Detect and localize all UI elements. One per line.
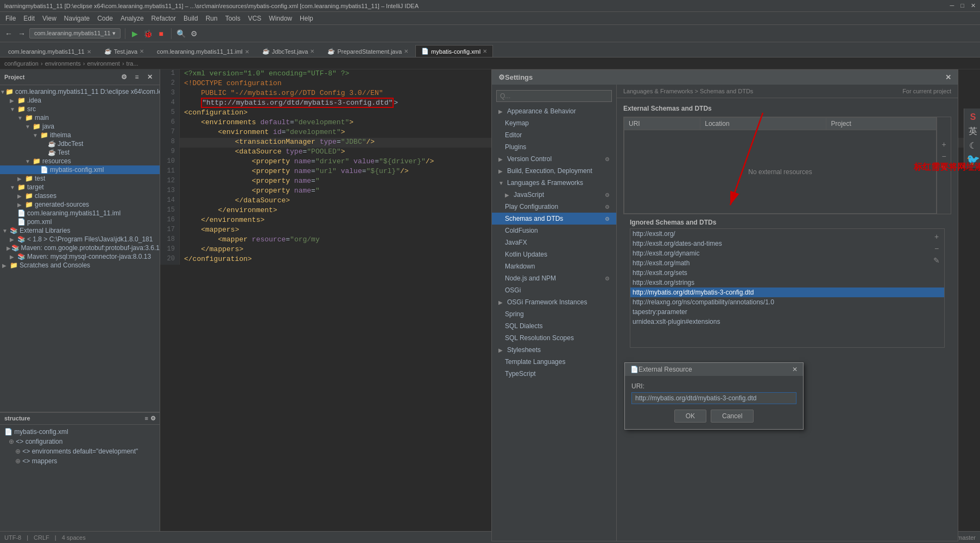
status-crlf[interactable]: CRLF bbox=[34, 534, 49, 541]
settings-item-sql-res[interactable]: SQL Resolution Scopes bbox=[492, 332, 616, 344]
add-ignored-btn[interactable]: + bbox=[931, 231, 942, 242]
tree-iml-file[interactable]: 📄 com.learaning.mybatis11_11.iml bbox=[0, 209, 160, 218]
uri-input[interactable] bbox=[631, 392, 796, 404]
settings-item-keymap[interactable]: Keymap bbox=[492, 117, 616, 129]
struct-config-file[interactable]: 📄 mybatis-config.xml bbox=[2, 427, 158, 437]
back-icon[interactable]: ← bbox=[3, 28, 14, 39]
remove-ignored-btn[interactable]: − bbox=[931, 243, 942, 254]
tab-project-close[interactable]: ✕ bbox=[87, 49, 91, 55]
add-resource-btn[interactable]: + bbox=[939, 139, 950, 150]
search-icon[interactable]: 🔍 bbox=[176, 28, 187, 39]
tree-ext-libs[interactable]: ▼ 📚 External Libraries bbox=[0, 226, 160, 235]
tree-target[interactable]: ▼ 📁 target bbox=[0, 183, 160, 191]
settings-item-javascript[interactable]: ▶ JavaScript ⚙ bbox=[492, 189, 616, 201]
menu-view[interactable]: View bbox=[39, 14, 60, 23]
bc-tra[interactable]: tra... bbox=[127, 60, 138, 67]
struct-environments[interactable]: ⊕ <> environments default="development" bbox=[2, 446, 158, 456]
remove-resource-btn[interactable]: − bbox=[939, 151, 950, 162]
menu-code[interactable]: Code bbox=[94, 14, 116, 23]
ime-moon-icon[interactable]: ☾ bbox=[966, 139, 979, 152]
bc-environment[interactable]: environment bbox=[87, 60, 120, 67]
status-encoding[interactable]: UTF-8 bbox=[4, 534, 21, 541]
ignored-item-urnidea[interactable]: urnidea:xslt-plugin#extensions bbox=[630, 317, 944, 327]
ignored-item-relaxng[interactable]: http://relaxng.org/ns/compatibility/anno… bbox=[630, 297, 944, 307]
maximize-btn[interactable]: □ bbox=[960, 2, 964, 9]
close-btn[interactable]: ✕ bbox=[971, 2, 976, 9]
project-selector[interactable]: com.learaning.mybatis11_11 ▾ bbox=[29, 28, 121, 39]
ignored-item-strings[interactable]: http://exslt.org/strings bbox=[630, 278, 944, 288]
edit-ignored-btn[interactable]: ✎ bbox=[931, 255, 942, 266]
dialog-cancel-btn[interactable]: Cancel bbox=[711, 410, 754, 423]
settings-item-stylesheets[interactable]: ▶ Stylesheets bbox=[492, 344, 616, 356]
settings-item-play[interactable]: Play Configuration ⚙ bbox=[492, 201, 616, 213]
settings-search-input[interactable] bbox=[496, 90, 612, 102]
sidebar-collapse-icon[interactable]: ≡ bbox=[131, 72, 142, 82]
settings-item-template[interactable]: Template Languages bbox=[492, 356, 616, 368]
tab-config-close[interactable]: ✕ bbox=[483, 48, 487, 54]
dialog-ok-btn[interactable]: OK bbox=[674, 410, 706, 423]
sidebar-close-icon[interactable]: ✕ bbox=[144, 72, 155, 82]
tree-generated[interactable]: ▶ 📁 generated-sources bbox=[0, 200, 160, 209]
settings-item-coldfusion[interactable]: ColdFusion bbox=[492, 225, 616, 237]
settings-item-nodejs[interactable]: Node.js and NPM ⚙ bbox=[492, 272, 616, 284]
stop-icon[interactable]: ■ bbox=[156, 28, 167, 39]
tree-java[interactable]: ▼ 📁 java bbox=[0, 122, 160, 131]
tab-ps-close[interactable]: ✕ bbox=[404, 48, 408, 54]
ime-s-icon[interactable]: S bbox=[966, 111, 979, 124]
menu-window[interactable]: Window bbox=[265, 14, 295, 23]
tree-jdbctest-class[interactable]: ☕ JdbcTest bbox=[0, 139, 160, 148]
tree-mybatis-config[interactable]: 📄 mybatis-config.xml bbox=[0, 165, 160, 174]
settings-item-build[interactable]: ▶ Build, Execution, Deployment bbox=[492, 165, 616, 177]
settings-close-btn[interactable]: ✕ bbox=[945, 73, 951, 81]
gear-icon[interactable]: ⚙ bbox=[189, 28, 200, 39]
tab-jdbc-close[interactable]: ✕ bbox=[310, 48, 314, 54]
tab-mybatis-config[interactable]: 📄 mybatis-config.xml ✕ bbox=[415, 45, 493, 57]
menu-navigate[interactable]: Navigate bbox=[61, 14, 93, 23]
menu-tools[interactable]: Tools bbox=[222, 14, 244, 23]
menu-run[interactable]: Run bbox=[203, 14, 221, 23]
tree-jdk[interactable]: ▶ 📚 < 1.8 > C:\Program Files\Java\jdk1.8… bbox=[0, 235, 160, 244]
menu-file[interactable]: File bbox=[2, 14, 19, 23]
struct-sort-icon[interactable]: ≡ bbox=[145, 415, 148, 422]
settings-item-osgi[interactable]: OSGi bbox=[492, 284, 616, 296]
tree-root[interactable]: ▼ 📁 com.learaning.mybatis11_11 D:\eclips… bbox=[0, 87, 160, 96]
run-icon[interactable]: ▶ bbox=[130, 28, 141, 39]
menu-vcs[interactable]: VCS bbox=[245, 14, 265, 23]
tab-test-close[interactable]: ✕ bbox=[140, 48, 144, 54]
struct-gear-icon[interactable]: ⚙ bbox=[150, 415, 156, 422]
struct-mappers[interactable]: ⊕ <> mappers bbox=[2, 456, 158, 466]
tab-test-java[interactable]: ☕ Test.java ✕ bbox=[98, 45, 150, 57]
settings-item-spring[interactable]: Spring bbox=[492, 308, 616, 320]
tree-scratches[interactable]: ▶ 📁 Scratches and Consoles bbox=[0, 261, 160, 270]
ime-en-icon[interactable]: 英 bbox=[966, 125, 979, 138]
bc-configuration[interactable]: configuration bbox=[4, 60, 39, 67]
menu-build[interactable]: Build bbox=[180, 14, 201, 23]
tree-itheima[interactable]: ▼ 📁 itheima bbox=[0, 131, 160, 139]
debug-icon[interactable]: 🐞 bbox=[143, 28, 154, 39]
ignored-item-tapestry[interactable]: tapestry:parameter bbox=[630, 307, 944, 317]
menu-refactor[interactable]: Refactor bbox=[148, 14, 179, 23]
minimize-btn[interactable]: ─ bbox=[950, 2, 954, 9]
tree-classes[interactable]: ▶ 📁 classes bbox=[0, 191, 160, 200]
tree-pom[interactable]: 📄 pom.xml bbox=[0, 218, 160, 226]
tree-resources[interactable]: ▼ 📁 resources bbox=[0, 157, 160, 165]
ext-dialog-close-btn[interactable]: ✕ bbox=[792, 366, 798, 373]
tree-main[interactable]: ▼ 📁 main bbox=[0, 113, 160, 122]
settings-item-vcs[interactable]: ▶ Version Control ⚙ bbox=[492, 153, 616, 165]
settings-item-markdown[interactable]: Markdown bbox=[492, 260, 616, 272]
bc-environments[interactable]: environments bbox=[45, 60, 81, 67]
sidebar-settings-icon[interactable]: ⚙ bbox=[118, 72, 129, 82]
tree-test-class[interactable]: ☕ Test bbox=[0, 148, 160, 157]
tab-jdbc[interactable]: ☕ JdbcTest.java ✕ bbox=[256, 45, 321, 57]
tab-iml[interactable]: com.learaning.mybatis11_11.iml ✕ bbox=[151, 46, 255, 57]
tree-mysql[interactable]: ▶ 📚 Maven: mysql:mysql-connector-java:8.… bbox=[0, 252, 160, 261]
tree-idea[interactable]: ▶ 📁 .idea bbox=[0, 96, 160, 105]
tab-iml-close[interactable]: ✕ bbox=[245, 49, 249, 55]
menu-analyze[interactable]: Analyze bbox=[117, 14, 147, 23]
tree-test-dir[interactable]: ▶ 📁 test bbox=[0, 174, 160, 183]
forward-icon[interactable]: → bbox=[16, 28, 27, 39]
settings-item-editor[interactable]: Editor bbox=[492, 129, 616, 141]
status-spaces[interactable]: 4 spaces bbox=[62, 534, 86, 541]
settings-item-osgi-fw[interactable]: ▶ OSGi Framework Instances bbox=[492, 296, 616, 308]
settings-item-javafx[interactable]: JavaFX bbox=[492, 237, 616, 248]
